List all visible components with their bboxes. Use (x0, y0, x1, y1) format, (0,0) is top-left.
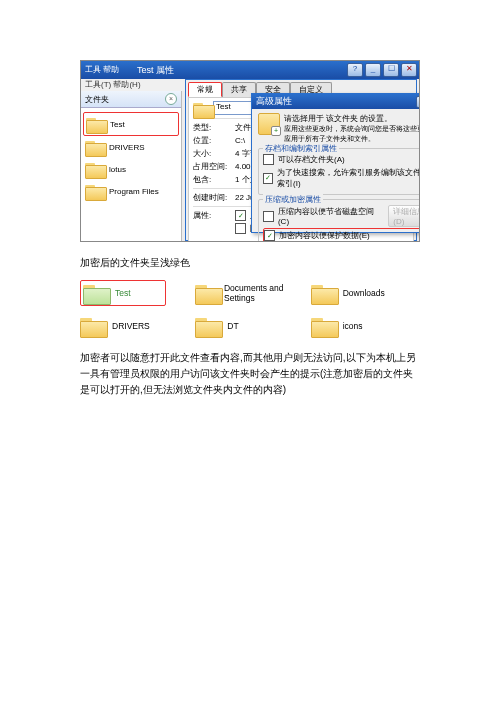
minimize-icon[interactable]: _ (365, 63, 381, 77)
explorer-toolbar-fragment: 工具 帮助 (81, 61, 135, 79)
index-label: 为了快速搜索，允许索引服务编制该文件夹的索引(I) (277, 167, 420, 189)
folders-pane-header: 文件夹 × (81, 91, 181, 108)
folder-grid: Test Documents and Settings Downloads DR… (80, 280, 420, 336)
folders-pane: 文件夹 × Test DRIVERS lotus Progra (81, 91, 182, 241)
encrypt-checkbox[interactable]: ✓ (264, 230, 275, 241)
grid-item-label: Documents and Settings (224, 283, 305, 303)
sidebar-item-label: Program Files (109, 187, 159, 196)
folder-icon (193, 101, 209, 115)
created-label: 创建时间: (193, 192, 231, 203)
help-button-icon[interactable]: ? (416, 96, 420, 108)
folder-icon (80, 316, 106, 336)
details-button: 详细信息(D) (388, 205, 420, 227)
grid-item-icons[interactable]: icons (311, 316, 420, 336)
properties-title-text: Test 属性 (137, 61, 174, 79)
grid-item-label: DRIVERS (112, 321, 150, 331)
folder-icon (311, 316, 337, 336)
caption-1: 加密后的文件夹呈浅绿色 (80, 256, 420, 270)
properties-titlebar: Test 属性 ? _ ☐ ✕ (131, 61, 419, 79)
grid-item-drivers[interactable]: DRIVERS (80, 316, 189, 336)
close-pane-icon[interactable]: × (165, 93, 177, 105)
sidebar-item-drivers[interactable]: DRIVERS (83, 136, 179, 158)
folder-icon (195, 316, 221, 336)
window-buttons: ? _ ☐ ✕ (347, 63, 419, 77)
archive-index-group: 存档和编制索引属性 可以存档文件夹(A) ✓ 为了快速搜索，允许索引服务编制该文… (258, 148, 420, 195)
grid-item-test[interactable]: Test (80, 280, 166, 306)
folder-icon (85, 183, 105, 199)
maximize-icon[interactable]: ☐ (383, 63, 399, 77)
advanced-title-text: 高级属性 (256, 95, 292, 108)
folder-icon (85, 161, 105, 177)
screenshot-properties-dialog: 工具 帮助 Test 属性 ? _ ☐ ✕ 工具(T) 帮助(H) 文件夹 × … (80, 60, 420, 242)
group-title-compress: 压缩或加密属性 (263, 194, 323, 205)
sidebar-item-test[interactable]: Test (83, 112, 179, 136)
index-checkbox[interactable]: ✓ (263, 173, 273, 184)
attr-label: 属性: (193, 210, 231, 221)
archive-label: 可以存档文件夹(A) (278, 154, 345, 165)
folder-icon (86, 116, 106, 132)
disk-label: 占用空间: (193, 161, 231, 172)
hidden-checkbox[interactable] (235, 223, 246, 234)
location-label: 位置: (193, 135, 231, 146)
grid-item-downloads[interactable]: Downloads (311, 280, 420, 306)
grid-item-label: DT (227, 321, 238, 331)
advanced-desc-2: 应用这些更改时，系统会询问您是否将这些更改同时应用于所有子文件夹和文件。 (284, 124, 420, 144)
archive-checkbox[interactable] (263, 154, 274, 165)
location-value: C:\ (235, 136, 245, 145)
grid-item-label: Test (115, 288, 131, 298)
sidebar-item-label: DRIVERS (109, 143, 145, 152)
help-button-icon[interactable]: ? (347, 63, 363, 77)
type-label: 类型: (193, 122, 231, 133)
sidebar-item-label: lotus (109, 165, 126, 174)
sidebar-item-lotus[interactable]: lotus (83, 158, 179, 180)
grid-item-documents[interactable]: Documents and Settings (195, 280, 304, 306)
compress-checkbox[interactable] (263, 211, 274, 222)
folder-icon (311, 283, 337, 303)
folder-plus-icon (258, 113, 280, 135)
folder-icon (83, 283, 109, 303)
grid-item-label: Downloads (343, 288, 385, 298)
tab-general[interactable]: 常规 (188, 82, 222, 97)
contains-label: 包含: (193, 174, 231, 185)
compress-encrypt-group: 压缩或加密属性 压缩内容以便节省磁盘空间(C) 详细信息(D) ✓ 加密内容以便… (258, 199, 420, 242)
encrypt-label: 加密内容以便保护数据(E) (279, 230, 370, 241)
sidebar-item-program-files[interactable]: Program Files (83, 180, 179, 202)
advanced-desc-1: 请选择用于 该文件夹 的设置。 (284, 113, 420, 124)
size-label: 大小: (193, 148, 231, 159)
grid-item-dt[interactable]: DT (195, 316, 304, 336)
grid-item-label: icons (343, 321, 363, 331)
paragraph-2: 加密者可以随意打开此文件查看内容,而其他用户则无法访问,以下为本机上另一具有管理… (80, 350, 420, 398)
readonly-checkbox[interactable]: ✓ (235, 210, 246, 221)
sidebar-item-label: Test (110, 120, 125, 129)
folder-icon (85, 139, 105, 155)
close-icon[interactable]: ✕ (401, 63, 417, 77)
folders-pane-title: 文件夹 (85, 94, 109, 105)
folder-icon (195, 283, 218, 303)
compress-label: 压缩内容以便节省磁盘空间(C) (278, 206, 384, 226)
advanced-titlebar: 高级属性 ? ✕ (252, 94, 420, 109)
advanced-attributes-dialog: 高级属性 ? ✕ 请选择用于 该文件夹 的设置。 应用这些更改时，系统会询问您是… (251, 93, 420, 233)
group-title-archive: 存档和编制索引属性 (263, 143, 339, 154)
